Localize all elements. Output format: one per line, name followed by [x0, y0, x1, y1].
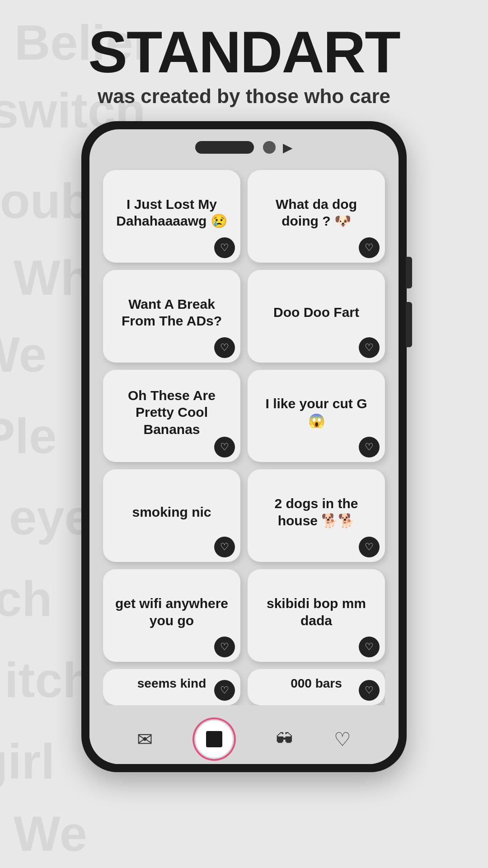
heart-icon-3: ♡ — [220, 343, 229, 353]
phone-screen: ▶ I Just Lost My Dahahaaaawg 😢 ♡ What da… — [89, 129, 399, 764]
heart-icon-10: ♡ — [365, 642, 374, 652]
cards-row-0: I Just Lost My Dahahaaaawg 😢 ♡ What da d… — [103, 170, 385, 263]
card-3-text: Want A Break From The ADs? — [111, 296, 232, 330]
card-8[interactable]: 2 dogs in the house 🐕🐕 ♡ — [248, 469, 385, 562]
card-1[interactable]: I Just Lost My Dahahaaaawg 😢 ♡ — [103, 170, 240, 263]
card-10[interactable]: skibidi bop mm dada ♡ — [248, 569, 385, 662]
app-subtitle: was created by those who care — [88, 85, 399, 108]
heart-icon-2: ♡ — [365, 243, 374, 253]
card-3[interactable]: Want A Break From The ADs? ♡ — [103, 270, 240, 363]
card-6-text: I like your cut G 😱 — [256, 395, 377, 429]
phone-notch: ▶ — [89, 129, 399, 165]
card-6[interactable]: I like your cut G 😱 ♡ — [248, 370, 385, 462]
notch-camera — [263, 141, 276, 154]
card-2-heart-button[interactable]: ♡ — [359, 237, 380, 258]
heart-icon-1: ♡ — [220, 243, 229, 253]
card-5[interactable]: Oh These Are Pretty Cool Bananas ♡ — [103, 370, 240, 462]
stop-square-icon — [206, 731, 222, 747]
mail-nav-icon[interactable]: ✉ — [137, 728, 153, 750]
heart-icon-6: ♡ — [365, 442, 374, 452]
phone-mockup: ▶ I Just Lost My Dahahaaaawg 😢 ♡ What da… — [81, 121, 407, 772]
card-12[interactable]: 000 bars ♡ — [248, 669, 385, 705]
page-container: STANDART was created by those who care ▶… — [0, 0, 488, 868]
card-5-heart-button[interactable]: ♡ — [214, 437, 235, 458]
card-3-heart-button[interactable]: ♡ — [214, 337, 235, 358]
heart-icon-9: ♡ — [220, 642, 229, 652]
glasses-nav-icon[interactable]: 🕶 — [276, 730, 293, 749]
card-2[interactable]: What da dog doing ? 🐶 ♡ — [248, 170, 385, 263]
cards-row-3: smoking nic ♡ 2 dogs in the house 🐕🐕 ♡ — [103, 469, 385, 562]
notch-speaker — [195, 141, 254, 154]
card-10-text: skibidi bop mm dada — [256, 595, 377, 629]
heart-nav-icon[interactable]: ♡ — [334, 728, 351, 750]
cards-row-2: Oh These Are Pretty Cool Bananas ♡ I lik… — [103, 370, 385, 462]
card-11[interactable]: seems kind ♡ — [103, 669, 240, 705]
card-12-text: 000 bars — [291, 675, 342, 691]
cards-container: I Just Lost My Dahahaaaawg 😢 ♡ What da d… — [89, 165, 399, 714]
heart-icon-11: ♡ — [220, 685, 229, 695]
card-4-text: Doo Doo Fart — [273, 304, 359, 321]
card-4-heart-button[interactable]: ♡ — [359, 337, 380, 358]
heart-icon-12: ♡ — [365, 685, 374, 695]
card-9[interactable]: get wifi anywhere you go ♡ — [103, 569, 240, 662]
card-4[interactable]: Doo Doo Fart ♡ — [248, 270, 385, 363]
phone-button-power — [406, 257, 412, 288]
cards-row-4: get wifi anywhere you go ♡ skibidi bop m… — [103, 569, 385, 662]
card-5-text: Oh These Are Pretty Cool Bananas — [111, 387, 232, 438]
card-11-heart-button[interactable]: ♡ — [214, 680, 235, 701]
card-1-heart-button[interactable]: ♡ — [214, 237, 235, 258]
card-7-heart-button[interactable]: ♡ — [214, 537, 235, 557]
card-9-heart-button[interactable]: ♡ — [214, 637, 235, 657]
phone-button-volume — [406, 302, 412, 347]
app-title: STANDART — [88, 23, 399, 81]
cards-row-1: Want A Break From The ADs? ♡ Doo Doo Far… — [103, 270, 385, 363]
card-10-heart-button[interactable]: ♡ — [359, 637, 380, 657]
card-2-text: What da dog doing ? 🐶 — [256, 196, 377, 230]
heart-icon-7: ♡ — [220, 542, 229, 552]
heart-icon-5: ♡ — [220, 442, 229, 452]
card-7[interactable]: smoking nic ♡ — [103, 469, 240, 562]
card-7-text: smoking nic — [132, 504, 211, 521]
stop-button[interactable] — [194, 719, 235, 760]
card-8-heart-button[interactable]: ♡ — [359, 537, 380, 557]
card-12-heart-button[interactable]: ♡ — [359, 680, 380, 701]
card-9-text: get wifi anywhere you go — [111, 595, 232, 629]
heart-icon-4: ♡ — [365, 343, 374, 353]
card-6-heart-button[interactable]: ♡ — [359, 437, 380, 458]
cards-row-5: seems kind ♡ 000 bars ♡ — [103, 669, 385, 705]
heart-icon-8: ♡ — [365, 542, 374, 552]
notch-arrow: ▶ — [283, 140, 293, 155]
card-8-text: 2 dogs in the house 🐕🐕 — [256, 495, 377, 529]
card-11-text: seems kind — [137, 675, 206, 691]
header: STANDART was created by those who care — [88, 0, 399, 108]
bottom-nav: ✉ 🕶 ♡ — [89, 714, 399, 764]
card-1-text: I Just Lost My Dahahaaaawg 😢 — [111, 196, 232, 230]
